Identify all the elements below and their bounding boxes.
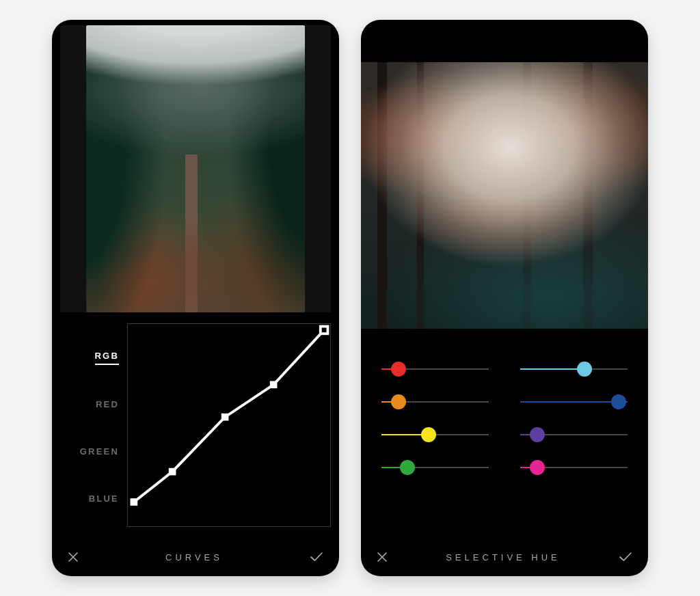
selective-hue-editor-screen: SELECTIVE HUE [361,20,648,576]
curve-svg[interactable] [128,324,330,526]
autumn-forest-photo [361,62,648,329]
close-icon[interactable] [376,551,388,563]
hue-slider-active-track [520,401,619,403]
preview-image [60,25,331,312]
bottom-bar: SELECTIVE HUE [361,538,648,576]
close-icon[interactable] [67,551,79,563]
curve-point[interactable] [270,381,278,388]
bottom-bar: CURVES [52,538,339,576]
channel-tab-rgb[interactable]: RGB [95,351,120,365]
channel-tab-blue[interactable]: BLUE [89,493,119,506]
hue-slider-handle[interactable] [391,362,406,377]
hue-slider-green[interactable] [381,467,489,468]
hue-slider-handle[interactable] [611,394,626,409]
curves-editor-screen: RGB RED GREEN BLUE CURVES [52,20,339,576]
hue-slider-handle[interactable] [530,427,545,442]
hue-sliders-panel [361,329,648,538]
check-icon[interactable] [309,551,324,563]
hue-slider-magenta[interactable] [520,467,628,468]
hue-slider-handle[interactable] [530,460,545,475]
hue-slider-handle[interactable] [577,362,592,377]
hue-slider-purple[interactable] [520,434,628,435]
check-icon[interactable] [618,551,633,563]
channel-tabs: RGB RED GREEN BLUE [57,323,119,538]
curve-point[interactable] [321,327,328,334]
channel-tab-red[interactable]: RED [96,399,119,412]
curve-line [134,330,324,502]
channel-tab-green[interactable]: GREEN [80,446,119,459]
hue-slider-blue[interactable] [520,401,628,403]
hue-slider-active-track [520,368,584,370]
curve-point[interactable] [169,468,176,476]
hue-slider-orange[interactable] [381,401,489,403]
curves-panel: RGB RED GREEN BLUE [52,318,339,538]
hue-slider-handle[interactable] [421,427,436,442]
hue-slider-yellow[interactable] [381,434,489,435]
panel-title: SELECTIVE HUE [446,552,561,563]
hue-slider-cyan[interactable] [520,368,628,370]
curve-graph[interactable] [127,323,331,527]
hue-slider-red[interactable] [381,368,489,370]
curve-point[interactable] [221,414,229,421]
hue-slider-handle[interactable] [400,460,415,475]
curve-point[interactable] [131,498,138,506]
forest-path-photo [86,25,305,312]
panel-title: CURVES [165,552,223,563]
preview-image [361,62,648,329]
hue-slider-handle[interactable] [391,394,406,409]
